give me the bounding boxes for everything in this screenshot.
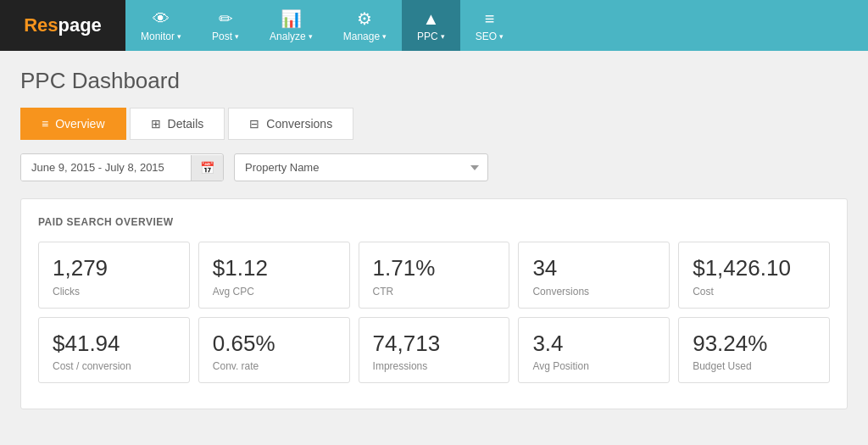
metric-value-avg-position: 3.4 (532, 331, 655, 356)
metric-value-ctr: 1.71% (373, 256, 496, 281)
metric-label-impressions: Impressions (373, 360, 496, 372)
nav-arrow-ppc: ▾ (441, 32, 445, 41)
nav-item-seo[interactable]: ≡ SEO ▾ (460, 0, 519, 51)
nav-label-monitor: Monitor ▾ (141, 31, 181, 42)
metric-value-impressions: 74,713 (373, 331, 496, 356)
tab-icon-overview: ≡ (42, 117, 48, 131)
metrics-row-1: 1,279 Clicks $1.12 Avg CPC 1.71% CTR 34 … (38, 242, 830, 309)
nav-label-seo: SEO ▾ (476, 31, 504, 42)
metric-card-ctr: 1.71% CTR (359, 242, 510, 309)
ppc-icon: ▲ (423, 9, 440, 29)
metric-card-budget-used: 93.24% Budget Used (678, 317, 830, 384)
metric-card-conversions: 34 Conversions (518, 242, 670, 309)
metric-value-cost-per-conversion: $41.94 (53, 331, 175, 356)
nav-item-ppc[interactable]: ▲ PPC ▾ (402, 0, 460, 51)
section-title: PAID SEARCH OVERVIEW (38, 216, 830, 228)
metric-value-conversions: 34 (532, 256, 655, 281)
tab-icon-details: ⊞ (151, 117, 161, 131)
nav-item-manage[interactable]: ⚙ Manage ▾ (328, 0, 402, 51)
nav-arrow-manage: ▾ (382, 32, 387, 41)
paid-search-overview-card: PAID SEARCH OVERVIEW 1,279 Clicks $1.12 … (20, 198, 848, 409)
nav-arrow-post: ▾ (235, 32, 239, 41)
metric-card-conv-rate: 0.65% Conv. rate (198, 317, 350, 384)
nav-arrow-seo: ▾ (499, 32, 504, 41)
top-navigation: Respage 👁 Monitor ▾ ✏ Post ▾ 📊 Analyze ▾… (0, 0, 868, 51)
tab-label-details: Details (168, 117, 204, 131)
nav-item-analyze[interactable]: 📊 Analyze ▾ (254, 0, 328, 51)
nav-label-analyze: Analyze ▾ (270, 31, 313, 42)
nav-label-post: Post ▾ (212, 31, 239, 42)
metric-label-cost: Cost (693, 286, 815, 298)
metrics-row-2: $41.94 Cost / conversion 0.65% Conv. rat… (38, 317, 830, 384)
monitor-icon: 👁 (153, 9, 170, 29)
post-icon: ✏ (219, 8, 233, 29)
nav-items-container: 👁 Monitor ▾ ✏ Post ▾ 📊 Analyze ▾ ⚙ Manag… (125, 0, 868, 51)
manage-icon: ⚙ (357, 8, 372, 29)
metric-label-conversions: Conversions (532, 286, 655, 298)
calendar-button[interactable]: 📅 (191, 155, 223, 181)
metric-label-conv-rate: Conv. rate (213, 360, 336, 372)
nav-item-post[interactable]: ✏ Post ▾ (197, 0, 254, 51)
metric-card-avg-position: 3.4 Avg Position (518, 317, 670, 384)
nav-arrow-monitor: ▾ (177, 32, 181, 41)
metric-card-avg-cpc: $1.12 Avg CPC (198, 242, 350, 309)
logo-res: Res (24, 14, 58, 36)
tab-label-overview: Overview (55, 117, 104, 131)
metric-label-ctr: CTR (373, 286, 496, 298)
metric-label-clicks: Clicks (53, 286, 175, 298)
metric-label-budget-used: Budget Used (693, 360, 815, 372)
nav-item-monitor[interactable]: 👁 Monitor ▾ (125, 0, 197, 51)
nav-arrow-analyze: ▾ (309, 32, 313, 41)
tab-bar: ≡ Overview ⊞ Details ⊟ Conversions (20, 108, 848, 140)
seo-icon: ≡ (485, 9, 495, 29)
metric-card-cost-per-conversion: $41.94 Cost / conversion (38, 317, 190, 384)
metric-label-avg-cpc: Avg CPC (213, 286, 336, 298)
logo-page: page (58, 14, 102, 36)
tab-label-conversions: Conversions (266, 117, 332, 131)
metric-value-cost: $1,426.10 (693, 256, 815, 281)
date-range-wrapper: 📅 (20, 153, 224, 181)
tab-overview[interactable]: ≡ Overview (20, 108, 126, 140)
metric-card-impressions: 74,713 Impressions (359, 317, 510, 384)
tab-conversions[interactable]: ⊟ Conversions (228, 108, 353, 140)
logo[interactable]: Respage (0, 0, 125, 51)
metric-value-avg-cpc: $1.12 (213, 256, 336, 281)
nav-label-ppc: PPC ▾ (417, 31, 445, 42)
metric-card-cost: $1,426.10 Cost (678, 242, 830, 309)
tab-details[interactable]: ⊞ Details (130, 108, 225, 140)
tab-icon-conversions: ⊟ (249, 117, 259, 131)
metric-value-conv-rate: 0.65% (213, 331, 336, 356)
nav-label-manage: Manage ▾ (343, 31, 387, 42)
filters-row: 📅 Property NameProperty AProperty B (20, 153, 848, 181)
property-select[interactable]: Property NameProperty AProperty B (234, 153, 488, 181)
page-title: PPC Dashboard (20, 68, 848, 94)
date-range-input[interactable] (21, 154, 191, 181)
metric-value-budget-used: 93.24% (693, 331, 815, 356)
analyze-icon: 📊 (281, 8, 302, 29)
metric-label-avg-position: Avg Position (532, 360, 655, 372)
metric-card-clicks: 1,279 Clicks (38, 242, 190, 309)
page-content: PPC Dashboard ≡ Overview ⊞ Details ⊟ Con… (0, 51, 868, 409)
metric-label-cost-per-conversion: Cost / conversion (53, 360, 175, 372)
metric-value-clicks: 1,279 (53, 256, 175, 281)
